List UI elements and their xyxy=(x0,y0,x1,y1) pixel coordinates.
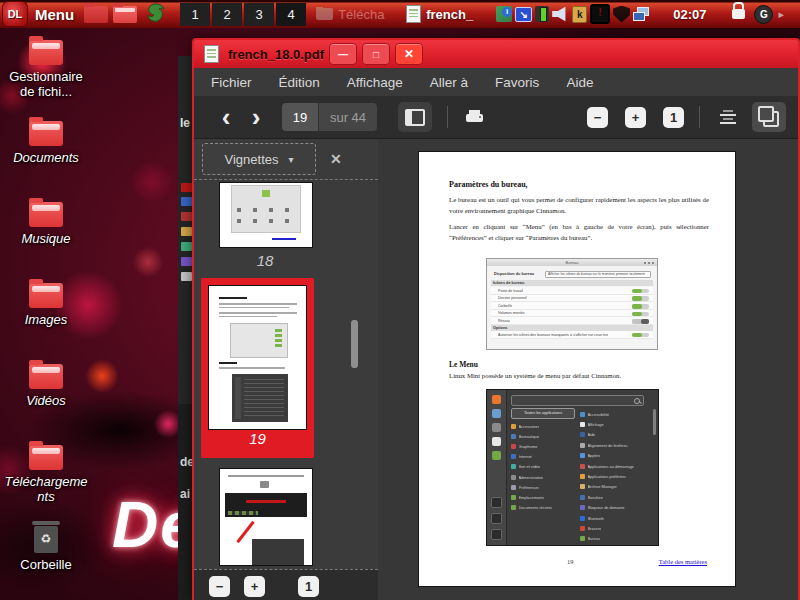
workspace-switcher: 1234 xyxy=(180,3,306,26)
menu-app-item: Alignement de fenêtres xyxy=(580,440,650,450)
menu-app-item: Accessibilité xyxy=(580,409,650,419)
toolbar-separator xyxy=(699,106,700,128)
app-icon xyxy=(580,516,585,521)
menu-category-item: Internet xyxy=(511,452,577,462)
screenshot-desktop-settings: Bureau Disposition du bureau Afficher le… xyxy=(486,258,658,350)
thumbnail-label: 18 xyxy=(219,252,311,269)
table-of-contents-link[interactable]: Table des matières xyxy=(659,558,707,565)
page-paragraph: Le bureau est un outil qui vous permet d… xyxy=(449,195,709,217)
desktop-item-icon xyxy=(29,445,63,470)
dropdown-label: Vignettes xyxy=(225,152,279,167)
app-icon xyxy=(580,495,585,500)
background-window-text: ai xyxy=(180,487,190,501)
workspace-button[interactable]: 3 xyxy=(244,3,274,26)
workspace-button[interactable]: 2 xyxy=(212,3,242,26)
lock-icon[interactable] xyxy=(732,9,745,19)
battery-tray-icon[interactable] xyxy=(535,6,549,22)
document-icon xyxy=(204,45,219,63)
document-area[interactable]: Paramètres du bureau, Le bureau est un o… xyxy=(378,139,798,600)
menu-category-item: Emplacements xyxy=(511,492,577,502)
desktop-icon-label: Gestionnaire de fichi... xyxy=(2,70,90,100)
menu-item[interactable]: Aide xyxy=(566,75,593,90)
clipboard-tray-icon[interactable]: k xyxy=(572,6,587,23)
zoom-out-button[interactable]: − xyxy=(587,107,608,128)
desktop-icon[interactable]: Documents xyxy=(2,121,90,202)
close-button[interactable]: ✕ xyxy=(395,43,423,65)
sidebar-close-button[interactable]: ✕ xyxy=(330,151,342,167)
sidebar-scrollbar[interactable] xyxy=(351,320,358,368)
desktop-icon[interactable]: Vidéos xyxy=(2,364,90,445)
panel-expander-icon[interactable]: ▸ xyxy=(778,8,784,21)
launcher-folder-icon[interactable] xyxy=(113,6,137,23)
zoom-in-button[interactable]: + xyxy=(625,107,646,128)
menu-item[interactable]: Aller à xyxy=(430,75,468,90)
toggle-switch xyxy=(632,312,649,317)
dragon-launcher-icon[interactable] xyxy=(144,2,168,26)
page-number-input[interactable]: 19 xyxy=(282,103,318,131)
clock[interactable]: 02:07 xyxy=(673,7,706,22)
workspace-button[interactable]: 1 xyxy=(180,3,210,26)
menu-category-item: Préférences xyxy=(511,482,577,492)
shield-tray-icon[interactable] xyxy=(613,6,630,23)
toolbar-separator xyxy=(447,106,448,128)
thumbnail-19-selected[interactable]: 19 xyxy=(201,278,314,458)
sidebar-toggle-button[interactable] xyxy=(398,102,432,132)
thumbnail-label: 19 xyxy=(201,430,314,447)
thumbnails-dropdown[interactable]: Vignettes ▾ xyxy=(202,143,316,175)
network-tray-icon[interactable] xyxy=(633,6,649,22)
dual-page-button[interactable] xyxy=(752,102,786,132)
volume-tray-icon[interactable] xyxy=(552,6,569,22)
menu-app-item: Applications au démarrage xyxy=(580,461,650,471)
settings-label: Disposition du bureau xyxy=(494,272,534,276)
launcher-folder-icon[interactable] xyxy=(84,6,108,23)
menu-button[interactable]: Menu xyxy=(35,6,74,23)
category-icon xyxy=(511,434,516,439)
taskbar-item-pdf[interactable]: french_ xyxy=(406,5,490,23)
desktop-icon[interactable]: Téléchargements xyxy=(2,445,90,526)
menu-app-item: Aide xyxy=(580,430,650,440)
workspace-button[interactable]: 4 xyxy=(276,3,306,26)
zoom-level-button[interactable]: 1 xyxy=(663,107,684,128)
desktop-item-icon xyxy=(29,364,63,389)
desktop-icon[interactable]: Gestionnaire de fichi... xyxy=(2,40,90,121)
print-button[interactable] xyxy=(466,112,483,122)
background-window-icon xyxy=(181,272,192,281)
maximize-button[interactable]: □ xyxy=(362,43,390,65)
desktop-icon[interactable]: Corbeille xyxy=(2,526,90,600)
settings-dropdown: Afficher les icônes du bureau sur le mon… xyxy=(545,271,651,278)
menu-item[interactable]: Affichage xyxy=(347,75,403,90)
g-tray-icon[interactable]: G xyxy=(754,5,773,24)
menu-category-item: Documents récents xyxy=(511,503,577,513)
settings-toggle-row: Corbeille xyxy=(491,302,653,310)
arrow-icon: ↘ xyxy=(516,8,531,21)
distro-logo[interactable]: DL xyxy=(2,1,28,27)
alert-tray-icon[interactable]: ! xyxy=(590,4,610,24)
desktop-icon[interactable]: Images xyxy=(2,283,90,364)
display-arrow-tray-icon[interactable]: ↘ xyxy=(515,7,532,22)
toggle-switch xyxy=(632,319,649,324)
desktop-icon[interactable]: Musique xyxy=(2,202,90,283)
minimize-button[interactable]: — xyxy=(329,43,357,65)
page-footer-number: 19 xyxy=(567,558,574,565)
map-info-tray-icon[interactable]: i xyxy=(496,6,512,22)
window-titlebar[interactable]: french_18.0.pdf — □ ✕ xyxy=(194,40,798,68)
menu-app-item: Archive Manager xyxy=(580,482,650,492)
settings-toggle-row: Volumes montés xyxy=(491,310,653,318)
sidebar-zoom-in-button[interactable]: + xyxy=(244,576,265,597)
desktop-item-icon xyxy=(29,202,63,227)
thumbnail-20[interactable] xyxy=(219,468,311,566)
menu-app-item: Bluetooth xyxy=(580,513,650,523)
background-window-text: le xyxy=(180,116,190,130)
menu-item[interactable]: Édition xyxy=(279,75,320,90)
sidebar-zoom-out-button[interactable]: − xyxy=(209,576,230,597)
menu-item[interactable]: Fichier xyxy=(211,75,252,90)
taskbar-item-downloads[interactable]: Télécha xyxy=(316,7,402,22)
sidebar-zoom-level-button[interactable]: 1 xyxy=(298,576,319,597)
desktop-item-icon xyxy=(29,283,63,308)
menu-category-item: Administration xyxy=(511,472,577,482)
desktop-icon-label: Téléchargements xyxy=(2,475,90,505)
menu-item[interactable]: Favoris xyxy=(495,75,539,90)
continuous-layout-button[interactable] xyxy=(720,110,736,124)
thumbnail-18[interactable]: 18 xyxy=(219,182,311,269)
app-icon xyxy=(580,464,585,469)
